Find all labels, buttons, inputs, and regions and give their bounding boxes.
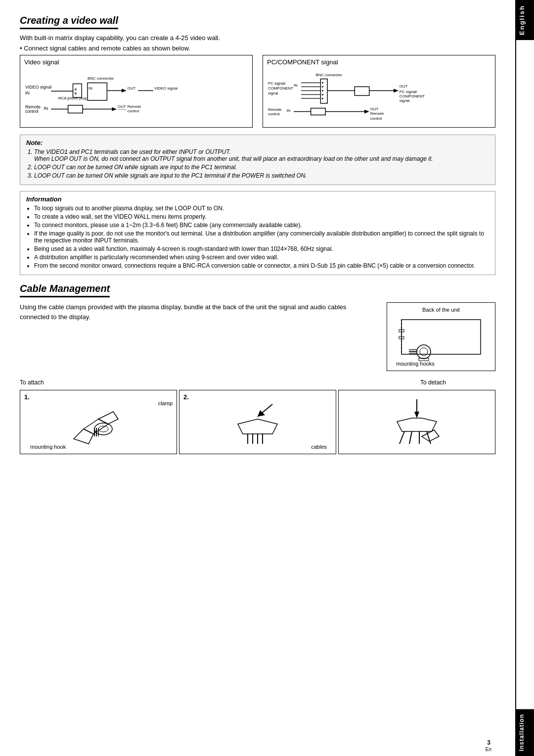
back-of-unit-label: Back of the unit bbox=[391, 307, 491, 313]
svg-text:RCA phono plug: RCA phono plug bbox=[58, 96, 87, 100]
info-list: To loop signals out to another plasma di… bbox=[34, 205, 489, 269]
tab-installation: Installation bbox=[516, 709, 534, 756]
note-item-2: LOOP OUT can not be turned ON while sign… bbox=[34, 164, 489, 171]
svg-text:Remote: Remote bbox=[370, 111, 384, 116]
info-item-2: To create a video wall, set the VIDEO WA… bbox=[34, 213, 489, 220]
step-2-box: 2. bbox=[179, 390, 336, 454]
svg-marker-82 bbox=[414, 412, 419, 418]
svg-rect-54 bbox=[311, 108, 326, 115]
svg-text:IN: IN bbox=[25, 91, 30, 95]
note-item-3: LOOP OUT can be turned ON while signals … bbox=[34, 172, 489, 179]
svg-text:IN: IN bbox=[294, 83, 298, 88]
svg-text:Remote: Remote bbox=[25, 104, 41, 109]
info-item-7: From the second monitor onward, connecti… bbox=[34, 262, 489, 269]
to-detach-label: To detach bbox=[420, 379, 446, 386]
pc-signal-title: PC/COMPONENT signal bbox=[267, 58, 491, 66]
cable-text: Using the cable clamps provided with the… bbox=[20, 302, 372, 371]
pc-diagram-area: BNC connector PC signal/ COMPONENT signa… bbox=[267, 69, 491, 123]
svg-marker-21 bbox=[112, 107, 117, 111]
note-item-1-text: The VIDEO1 and PC1 terminals can be used… bbox=[34, 148, 433, 162]
steps-container: 1. bbox=[20, 390, 495, 454]
svg-text:PC signal/: PC signal/ bbox=[400, 90, 418, 94]
note-item-1: The VIDEO1 and PC1 terminals can be used… bbox=[34, 148, 489, 162]
svg-line-84 bbox=[409, 431, 412, 444]
svg-text:OUT: OUT bbox=[370, 107, 379, 111]
cable-diagram: Back of the unit bbox=[387, 302, 495, 371]
note-item-3-text: LOOP OUT can be turned ON while signals … bbox=[34, 172, 307, 179]
svg-text:COMPONENT: COMPONENT bbox=[400, 94, 425, 98]
svg-rect-19 bbox=[68, 105, 83, 113]
cable-content: Using the cable clamps provided with the… bbox=[20, 302, 495, 371]
svg-text:BNC connector: BNC connector bbox=[88, 77, 114, 81]
step-1-box: 1. bbox=[20, 390, 177, 454]
info-item-4: If the image quality is poor, do not use… bbox=[34, 230, 489, 244]
info-item-3: To connect monitors, please use a 1~2m (… bbox=[34, 222, 489, 229]
svg-text:●: ● bbox=[321, 85, 323, 88]
svg-text:control: control bbox=[370, 116, 382, 121]
cables-label: cables bbox=[311, 444, 327, 450]
svg-rect-43 bbox=[355, 87, 369, 95]
svg-text:BNC connector: BNC connector bbox=[315, 73, 342, 77]
svg-text:control: control bbox=[25, 109, 39, 114]
svg-line-83 bbox=[400, 431, 404, 444]
svg-text:COMPONENT: COMPONENT bbox=[268, 86, 293, 91]
svg-rect-8 bbox=[88, 83, 107, 100]
svg-text:VIDEO signal: VIDEO signal bbox=[25, 85, 51, 90]
detach-step-box bbox=[338, 390, 495, 454]
info-box: Information To loop signals out to anoth… bbox=[20, 191, 495, 275]
clamp-label: clamp bbox=[158, 400, 173, 406]
cable-management-title: Cable Management bbox=[20, 283, 110, 297]
svg-marker-45 bbox=[394, 89, 399, 93]
svg-text:OUT: OUT bbox=[118, 104, 126, 109]
tab-english: English bbox=[516, 0, 534, 40]
right-tab: English Installation bbox=[515, 0, 534, 756]
info-item-1: To loop signals out to another plasma di… bbox=[34, 205, 489, 212]
svg-text:IN: IN bbox=[89, 86, 92, 91]
video-wall-title: Creating a video wall bbox=[20, 15, 118, 29]
step-1-illustration bbox=[24, 394, 173, 449]
svg-text:control: control bbox=[128, 109, 139, 113]
video-wall-section: Creating a video wall With built-in matr… bbox=[20, 15, 495, 275]
svg-text:Remote: Remote bbox=[128, 104, 141, 109]
cable-management-section: Cable Management Using the cable clamps … bbox=[20, 283, 495, 454]
step-2-number: 2. bbox=[183, 393, 189, 401]
svg-text:signal: signal bbox=[268, 91, 278, 95]
attach-detach-labels: To attach To detach bbox=[20, 379, 495, 386]
svg-text:●: ● bbox=[321, 96, 323, 100]
detach-illustration bbox=[343, 394, 491, 449]
svg-marker-11 bbox=[122, 89, 127, 93]
svg-text:⊕: ⊕ bbox=[74, 88, 77, 91]
svg-text:PC signal/: PC signal/ bbox=[268, 81, 286, 86]
mounting-hook-label: mounting hook bbox=[30, 444, 66, 450]
intro-text-2: • Connect signal cables and remote cable… bbox=[20, 45, 495, 52]
svg-marker-56 bbox=[364, 110, 369, 114]
video-diagram-area: VIDEO signal IN RCA phono plug ⊕ ⊕ BNC c bbox=[24, 69, 248, 123]
note-list: The VIDEO1 and PC1 terminals can be used… bbox=[34, 148, 489, 179]
pc-signal-box: PC/COMPONENT signal BNC connector PC sig… bbox=[263, 55, 495, 128]
to-attach-label: To attach bbox=[20, 379, 44, 386]
page-container: Creating a video wall With built-in matr… bbox=[0, 0, 534, 756]
video-signal-box: Video signal VIDEO signal IN RCA phono p… bbox=[20, 55, 253, 128]
note-item-2-text: LOOP OUT can not be turned ON while sign… bbox=[34, 164, 237, 171]
svg-point-70 bbox=[94, 423, 112, 435]
svg-text:VIDEO signal: VIDEO signal bbox=[154, 86, 178, 91]
step-2-illustration bbox=[183, 394, 332, 449]
svg-rect-60 bbox=[401, 320, 481, 354]
page-en-label: En bbox=[486, 747, 491, 752]
step-1-number: 1. bbox=[24, 393, 30, 401]
svg-text:OUT: OUT bbox=[128, 86, 136, 91]
svg-text:●: ● bbox=[321, 89, 323, 92]
svg-text:signal: signal bbox=[400, 98, 410, 103]
svg-text:⊕: ⊕ bbox=[74, 92, 77, 95]
note-title: Note: bbox=[26, 139, 489, 146]
page-number: 3 bbox=[487, 739, 490, 746]
info-item-5: Being used as a video wall function, max… bbox=[34, 245, 489, 252]
svg-text:IN: IN bbox=[286, 108, 290, 113]
svg-text:IN: IN bbox=[44, 106, 48, 111]
svg-text:control: control bbox=[268, 112, 280, 116]
video-signal-title: Video signal bbox=[24, 58, 248, 66]
note-box: Note: The VIDEO1 and PC1 terminals can b… bbox=[20, 135, 495, 185]
info-item-6: A distribution amplifier is particularly… bbox=[34, 254, 489, 261]
info-title: Information bbox=[26, 195, 489, 203]
intro-text-1: With built-in matrix display capability,… bbox=[20, 34, 495, 42]
